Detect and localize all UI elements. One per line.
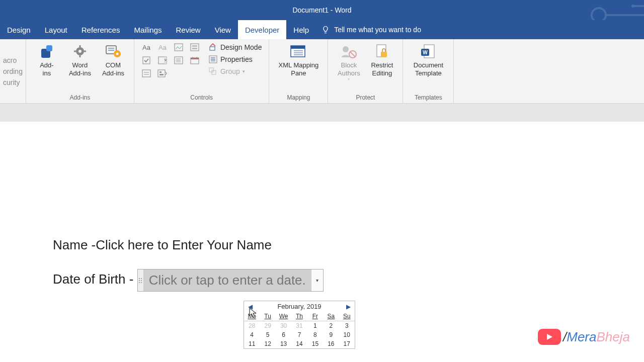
- calendar-day[interactable]: 15: [307, 339, 323, 348]
- tab-help[interactable]: Help: [286, 20, 316, 39]
- building-block-control-icon[interactable]: [188, 41, 202, 53]
- date-picker-control[interactable]: Click or tap to enter a date. ▾: [137, 269, 324, 292]
- calendar-day[interactable]: 30: [276, 321, 291, 330]
- dob-label: Date of Birth -: [53, 272, 133, 287]
- svg-point-0: [592, 8, 606, 20]
- document-template-icon: W: [420, 42, 436, 60]
- repeating-control-icon[interactable]: [139, 67, 153, 79]
- word-addins-label: Word Add-ins: [69, 61, 91, 77]
- fragment-text: curity: [3, 78, 23, 86]
- tab-design[interactable]: Design: [0, 20, 38, 39]
- com-addins-button[interactable]: COM Add-ins: [98, 41, 129, 78]
- rich-text-control-icon[interactable]: Aa: [139, 41, 153, 53]
- channel-watermark: / Mera Bheja: [538, 329, 630, 345]
- legacy-tools-icon[interactable]: [155, 67, 170, 79]
- calendar-day[interactable]: 6: [276, 330, 291, 339]
- calendar-day[interactable]: 7: [291, 330, 307, 339]
- group-addins: Add- ins Word Add-ins COM Add-ins Add-in…: [26, 39, 134, 103]
- ribbon: acro ording curity Add- ins Word Add-ins…: [0, 39, 644, 104]
- calendar-day[interactable]: 28: [244, 321, 260, 330]
- document-template-button[interactable]: W Document Template: [408, 41, 448, 78]
- svg-line-52: [350, 52, 355, 57]
- tell-me-search[interactable]: Tell me what you want to do: [321, 20, 421, 39]
- calendar-title[interactable]: February, 2019: [255, 303, 344, 310]
- group-label-protect: Protect: [333, 94, 397, 102]
- group-label-mapping: Mapping: [274, 94, 323, 102]
- svg-rect-46: [291, 46, 305, 49]
- youtube-icon: [538, 329, 561, 345]
- calendar-day[interactable]: 2: [323, 321, 339, 330]
- dropdown-control-icon[interactable]: [172, 54, 186, 66]
- xml-mapping-button[interactable]: XML Mapping Pane: [274, 41, 323, 78]
- calendar-dow: We: [276, 312, 291, 321]
- svg-rect-38: [210, 47, 215, 50]
- name-line-text: Name -Click here to Enter Your Name: [53, 237, 272, 252]
- date-control-icon[interactable]: [188, 54, 202, 66]
- calendar-next-button[interactable]: ▶: [344, 303, 353, 310]
- group-button: Group ▾: [207, 66, 264, 76]
- svg-rect-20: [192, 48, 197, 49]
- calendar-day[interactable]: 14: [291, 339, 307, 348]
- calendar-day[interactable]: 11: [244, 339, 260, 348]
- date-dropdown-button[interactable]: ▾: [311, 269, 323, 291]
- word-addins-button[interactable]: Word Add-ins: [64, 41, 96, 78]
- properties-button[interactable]: Properties: [207, 54, 264, 64]
- svg-rect-5: [46, 45, 52, 51]
- xml-mapping-label: XML Mapping Pane: [279, 61, 319, 77]
- calendar-day[interactable]: 12: [260, 339, 275, 348]
- calendar-day[interactable]: 1: [307, 321, 323, 330]
- calendar-day[interactable]: 8: [307, 330, 323, 339]
- design-mode-button[interactable]: Design Mode: [207, 42, 264, 52]
- window-title: Document1 - Word: [292, 6, 351, 14]
- tab-mailings[interactable]: Mailings: [127, 20, 169, 39]
- tab-view[interactable]: View: [208, 20, 238, 39]
- tab-layout[interactable]: Layout: [38, 20, 74, 39]
- addins-button[interactable]: Add- ins: [31, 41, 62, 78]
- restrict-editing-button[interactable]: Restrict Editing: [366, 41, 397, 78]
- calendar-day[interactable]: 17: [339, 339, 355, 348]
- calendar-day[interactable]: 16: [323, 339, 339, 348]
- name-line[interactable]: Name -Click here to Enter Your Name: [53, 237, 644, 253]
- restrict-editing-icon: [375, 42, 389, 60]
- controls-gallery: Aa Aa: [139, 41, 202, 79]
- dob-line: Date of Birth - Click or tap to enter a …: [53, 269, 644, 292]
- control-handle-icon[interactable]: [138, 269, 144, 291]
- calendar-day[interactable]: 4: [244, 330, 260, 339]
- tell-me-label: Tell me what you want to do: [334, 26, 421, 34]
- svg-point-16: [116, 53, 118, 55]
- calendar-day[interactable]: 9: [323, 330, 339, 339]
- addins-label: Add- ins: [40, 61, 53, 77]
- svg-rect-32: [142, 70, 150, 77]
- watermark-slash: /: [563, 329, 567, 345]
- svg-rect-19: [192, 45, 197, 47]
- calendar-day[interactable]: 5: [260, 330, 275, 339]
- tab-references[interactable]: References: [74, 20, 127, 39]
- tab-review[interactable]: Review: [169, 20, 208, 39]
- design-mode-icon: [209, 43, 218, 51]
- fragment-text: ording: [3, 67, 23, 75]
- plain-text-control-icon[interactable]: Aa: [155, 41, 170, 53]
- calendar-day[interactable]: 31: [291, 321, 307, 330]
- group-mapping: XML Mapping Pane Mapping: [269, 39, 328, 103]
- document-page[interactable]: Name -Click here to Enter Your Name Date…: [0, 122, 644, 292]
- calendar-dow: Su: [339, 312, 355, 321]
- calendar-prev-button[interactable]: ◀: [246, 303, 255, 310]
- combobox-control-icon[interactable]: [155, 54, 170, 66]
- svg-rect-37: [159, 74, 164, 75]
- svg-point-58: [139, 278, 140, 279]
- gear-icon: [73, 42, 87, 60]
- calendar-day[interactable]: 10: [339, 330, 355, 339]
- lightbulb-icon: [321, 25, 330, 34]
- calendar-day[interactable]: 3: [339, 321, 355, 330]
- svg-point-59: [141, 278, 142, 279]
- group-label-controls: Controls: [139, 94, 264, 102]
- date-placeholder[interactable]: Click or tap to enter a date.: [144, 269, 311, 291]
- calendar-day[interactable]: 13: [276, 339, 291, 348]
- xml-mapping-icon: [290, 42, 307, 60]
- picture-control-icon[interactable]: [172, 41, 186, 53]
- tab-developer[interactable]: Developer: [238, 20, 286, 39]
- calendar-day[interactable]: 29: [260, 321, 275, 330]
- group-icon: [209, 67, 218, 75]
- group-label-addins: Add-ins: [31, 94, 129, 102]
- checkbox-control-icon[interactable]: [139, 54, 153, 66]
